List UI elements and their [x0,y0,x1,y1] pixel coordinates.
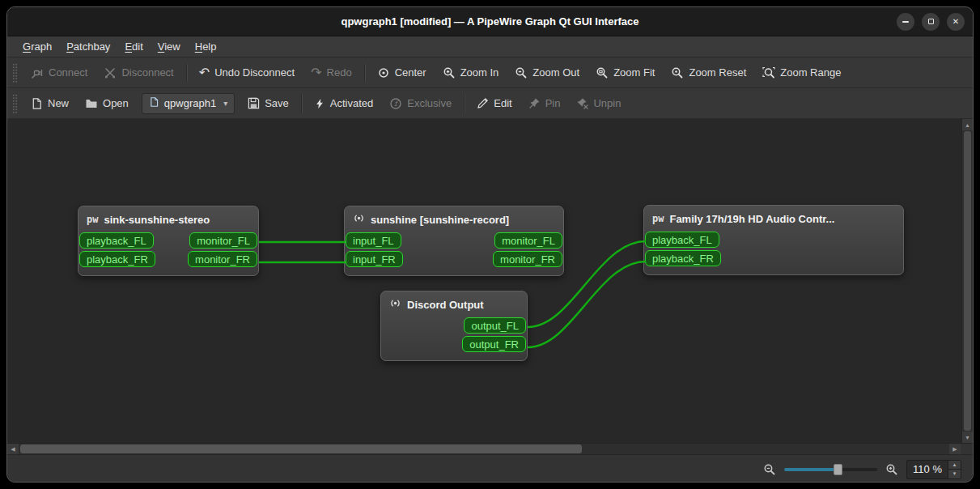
pin-label: Pin [545,97,561,109]
edit-button[interactable]: Edit [469,92,519,115]
close-icon: ✕ [952,18,959,26]
open-label: Open [103,97,129,109]
port-output-fr[interactable]: output_FR [462,336,526,352]
port-playback-fl[interactable]: playback_FL [645,232,719,248]
zoom-spinbox[interactable]: 110 % ▴ ▾ [906,460,961,479]
open-button[interactable]: Open [78,92,136,115]
spin-down-button[interactable]: ▾ [948,470,961,478]
close-button[interactable]: ✕ [947,13,965,31]
horizontal-scrollbar-handle[interactable] [20,444,582,453]
zoom-in-button[interactable]: Zoom In [435,62,507,84]
save-button[interactable]: Save [240,92,296,115]
zoom-in-status-icon [885,463,898,476]
zoom-in-icon [443,66,456,79]
toolbar-handle[interactable] [12,63,18,83]
port-monitor-fr[interactable]: monitor_FR [188,251,257,267]
menu-help[interactable]: Help [188,36,224,57]
node-sink-sunshine-stereo[interactable]: pw sink-sunshine-stereo playback_FL moni… [78,206,259,276]
exclusive-button[interactable]: f Exclusive [382,92,459,115]
node-family-audio-controller[interactable]: pw Family 17h/19h HD Audio Contr... play… [643,205,904,275]
node-title: Family 17h/19h HD Audio Contr... [669,213,834,225]
toolbar-handle[interactable] [12,94,18,113]
menu-view[interactable]: View [151,36,188,57]
activated-label: Activated [330,97,373,109]
titlebar[interactable]: qpwgraph1 [modified] — A PipeWire Graph … [7,7,973,36]
minimize-button[interactable] [897,13,914,31]
toolbar-patchbay: New Open qpwgraph1 ▾ Save Activated f Ex… [7,88,973,119]
disconnect-button[interactable]: Disconnect [96,62,180,84]
port-playback-fr[interactable]: playback_FR [645,250,721,266]
port-playback-fr[interactable]: playback_FR [79,251,155,267]
menu-patchbay[interactable]: Patchbay [59,36,117,57]
patchbay-profile-combobox[interactable]: qpwgraph1 ▾ [142,93,235,114]
edit-pencil-icon [477,97,489,109]
zoom-out-button[interactable]: Zoom Out [507,62,587,84]
zoom-fit-icon [596,66,609,79]
open-folder-icon [85,97,98,110]
window-controls: ✕ [897,7,965,36]
activated-bolt-icon [314,97,325,110]
port-monitor-fl[interactable]: monitor_FL [189,232,257,249]
zoom-reset-button[interactable]: Zoom Reset [664,62,753,84]
zoom-slider[interactable] [784,463,877,476]
port-monitor-fl[interactable]: monitor_FL [494,232,562,249]
record-icon [389,297,401,312]
zoom-reset-label: Zoom Reset [689,66,746,79]
zoom-slider-handle[interactable] [834,464,842,475]
edit-label: Edit [494,97,511,109]
toolbar-separator [301,95,302,113]
scroll-down-button[interactable]: ▼ [962,432,973,443]
scroll-right-button[interactable]: ▶ [949,444,961,454]
zoom-slider-fill [784,468,835,471]
unpin-icon [576,97,588,109]
unpin-button[interactable]: Unpin [569,92,628,115]
port-input-fl[interactable]: input_FL [346,232,401,249]
menu-edit[interactable]: Edit [117,36,150,57]
center-icon [377,66,390,79]
zoom-fit-button[interactable]: Zoom Fit [588,62,662,84]
exclusive-icon: f [389,97,402,110]
center-label: Center [395,66,426,79]
menu-graph[interactable]: Graph [15,36,59,57]
connect-button[interactable]: Connect [23,62,95,84]
unpin-label: Unpin [593,97,621,109]
spin-up-button[interactable]: ▴ [948,461,961,470]
minimize-icon [902,21,909,23]
zoom-range-button[interactable]: Zoom Range [755,62,848,84]
node-title: sink-sunshine-stereo [104,214,210,226]
zoom-out-status-icon [763,463,776,476]
connect-label: Connect [49,66,87,79]
statusbar: 110 % ▴ ▾ [7,454,973,483]
port-input-fr[interactable]: input_FR [346,251,403,267]
scroll-up-button[interactable]: ▲ [962,119,973,130]
record-icon [353,212,365,227]
undo-disconnect-button[interactable]: ↶ Undo Disconnect [192,62,302,84]
node-sunshine-record[interactable]: sunshine [sunshine-record] input_FL moni… [344,206,564,276]
graph-canvas[interactable]: pw sink-sunshine-stereo playback_FL moni… [7,119,973,443]
toolbar-graph: Connect Disconnect ↶ Undo Disconnect ↷ R… [7,57,973,88]
toolbar-separator [186,64,187,82]
maximize-button[interactable] [922,13,940,31]
redo-icon: ↷ [311,66,321,79]
new-label: New [48,97,69,109]
new-button[interactable]: New [23,92,76,115]
port-monitor-fr[interactable]: monitor_FR [493,251,562,267]
node-title: Discord Output [407,299,484,311]
vertical-scrollbar[interactable]: ▲ ▼ [961,119,973,443]
vertical-scrollbar-handle[interactable] [964,131,971,431]
maximize-icon [928,19,934,24]
redo-button[interactable]: ↷ Redo [303,62,358,84]
scroll-left-button[interactable]: ◀ [7,444,19,454]
zoom-out-label: Zoom Out [532,66,579,79]
node-discord-output[interactable]: Discord Output output_FL output_FR [380,291,528,361]
svg-text:f: f [395,100,400,108]
pin-button[interactable]: Pin [521,92,568,115]
menubar: Graph Patchbay Edit View Help [7,36,973,57]
port-output-fl[interactable]: output_FL [464,317,526,334]
horizontal-scrollbar[interactable]: ◀ ▶ [7,443,973,454]
port-playback-fl[interactable]: playback_FL [79,232,154,249]
center-button[interactable]: Center [370,62,434,84]
activated-button[interactable]: Activated [307,92,380,115]
exclusive-label: Exclusive [407,97,452,109]
patchbay-profile-value: qpwgraph1 [164,97,216,109]
